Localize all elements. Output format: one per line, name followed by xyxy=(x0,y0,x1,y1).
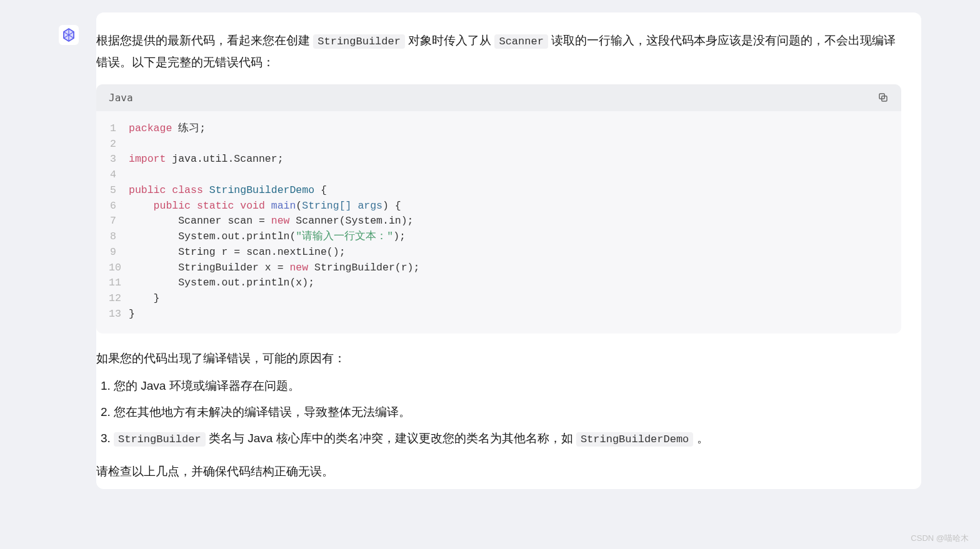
code-line: 11 System.out.println(x); xyxy=(109,275,889,291)
line-content: } xyxy=(129,307,135,322)
line-content: import java.util.Scanner; xyxy=(129,152,284,167)
line-number: 8 xyxy=(109,229,129,245)
line-content: public static void main(String[] args) { xyxy=(129,199,401,214)
line-content: } xyxy=(129,291,160,307)
code-body[interactable]: 1package 练习;23import java.util.Scanner;4… xyxy=(96,111,901,334)
copy-button[interactable] xyxy=(878,92,889,103)
reasons-heading: 如果您的代码出现了编译错误，可能的原因有： xyxy=(96,347,901,370)
line-number: 9 xyxy=(109,245,129,260)
code-line: 12 } xyxy=(109,291,889,307)
intro-paragraph: 根据您提供的最新代码，看起来您在创建 StringBuilder 对象时传入了从… xyxy=(96,30,901,73)
line-content: Scanner scan = new Scanner(System.in); xyxy=(129,214,414,229)
line-number: 6 xyxy=(109,199,129,214)
line-number: 1 xyxy=(109,121,129,137)
inline-code-stringbuilderdemo: StringBuilderDemo xyxy=(576,432,693,447)
inline-code-scanner: Scanner xyxy=(494,34,548,49)
line-number: 12 xyxy=(109,291,129,307)
inline-code-stringbuilder: StringBuilder xyxy=(313,34,405,49)
line-number: 11 xyxy=(109,275,129,291)
reason-item-2: 您在其他地方有未解决的编译错误，导致整体无法编译。 xyxy=(114,402,901,422)
intro-text-1: 根据您提供的最新代码，看起来您在创建 xyxy=(96,34,313,47)
inline-code-stringbuilder-2: StringBuilder xyxy=(114,432,206,447)
assistant-avatar xyxy=(59,25,79,45)
code-line: 3import java.util.Scanner; xyxy=(109,152,889,167)
code-line: 6 public static void main(String[] args)… xyxy=(109,199,889,214)
code-line: 7 Scanner scan = new Scanner(System.in); xyxy=(109,214,889,229)
reason-item-3: StringBuilder 类名与 Java 核心库中的类名冲突，建议更改您的类… xyxy=(114,428,901,449)
assistant-logo-icon xyxy=(61,27,76,42)
code-line: 10 StringBuilder x = new StringBuilder(r… xyxy=(109,260,889,276)
assistant-message: 根据您提供的最新代码，看起来您在创建 StringBuilder 对象时传入了从… xyxy=(96,12,921,489)
code-line: 2 xyxy=(109,137,889,152)
code-line: 4 xyxy=(109,167,889,183)
reason-3-tail: 。 xyxy=(693,432,708,445)
code-line: 5public class StringBuilderDemo { xyxy=(109,183,889,199)
line-number: 4 xyxy=(109,167,129,183)
line-number: 7 xyxy=(109,214,129,229)
code-line: 8 System.out.println("请输入一行文本："); xyxy=(109,229,889,245)
code-line: 13} xyxy=(109,307,889,322)
line-content: String r = scan.nextLine(); xyxy=(129,245,346,260)
code-language-label: Java xyxy=(109,92,133,104)
line-content: public class StringBuilderDemo { xyxy=(129,183,327,199)
line-content: System.out.println(x); xyxy=(129,275,314,291)
intro-text-2: 对象时传入了从 xyxy=(408,34,494,47)
code-block: Java 1package 练习;23import java.util.Scan… xyxy=(96,84,901,334)
code-header: Java xyxy=(96,84,901,111)
copy-icon xyxy=(878,92,889,103)
line-content: StringBuilder x = new StringBuilder(r); xyxy=(129,260,419,276)
line-number: 5 xyxy=(109,183,129,199)
reason-item-1: 您的 Java 环境或编译器存在问题。 xyxy=(114,376,901,396)
line-number: 3 xyxy=(109,152,129,167)
code-line: 1package 练习; xyxy=(109,121,889,137)
code-line: 9 String r = scan.nextLine(); xyxy=(109,245,889,260)
reasons-list: 您的 Java 环境或编译器存在问题。 您在其他地方有未解决的编译错误，导致整体… xyxy=(96,376,901,449)
line-number: 10 xyxy=(109,260,129,276)
line-content: package 练习; xyxy=(129,121,206,137)
reason-3-mid: 类名与 Java 核心库中的类名冲突，建议更改您的类名为其他名称，如 xyxy=(206,432,576,445)
line-number: 13 xyxy=(109,307,129,322)
closing-paragraph: 请检查以上几点，并确保代码结构正确无误。 xyxy=(96,460,901,483)
line-content: System.out.println("请输入一行文本："); xyxy=(129,229,406,245)
line-number: 2 xyxy=(109,137,129,152)
